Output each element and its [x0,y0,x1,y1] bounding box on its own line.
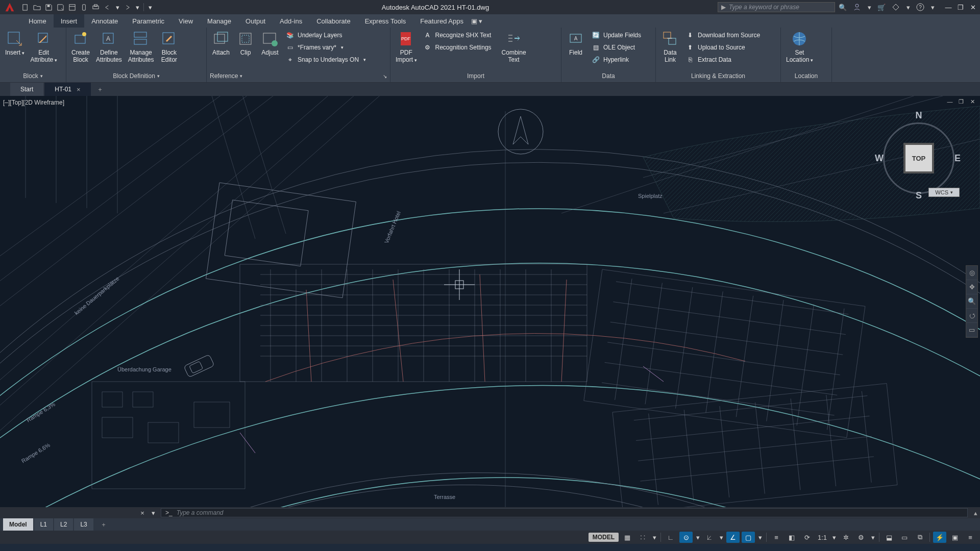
viewcube-south[interactable]: S [916,190,922,201]
signin-icon[interactable] [852,3,862,12]
status-customize-icon[interactable]: ≡ [964,532,977,543]
status-grid-icon[interactable]: ▦ [621,532,634,543]
recognize-shx-button[interactable]: ᎪRecognize SHX Text [421,30,494,41]
window-close-button[interactable]: ✕ [968,2,978,12]
set-location-button[interactable]: Set Location [784,29,815,65]
status-cycling-icon[interactable]: ⟳ [800,532,814,543]
qat-new-icon[interactable] [20,3,30,12]
viewcube-face[interactable]: TOP [903,143,934,173]
tab-output[interactable]: Output [238,14,273,28]
status-otrack-icon[interactable]: ∠ [726,532,740,543]
command-input[interactable]: >_ Type a command [161,508,968,517]
navbar-wheel-icon[interactable]: ◎ [966,266,977,280]
tab-express-tools[interactable]: Express Tools [358,14,413,28]
panel-footer-reference[interactable]: Reference▾↘ [210,70,387,82]
status-transparency-icon[interactable]: ◧ [785,532,798,543]
infocenter-search[interactable]: ▶Type a keyword or phrase [718,2,835,12]
status-osnap-dd[interactable]: ▾ [757,532,763,543]
qat-plot-icon[interactable] [91,3,101,12]
qat-undo-dropdown[interactable]: ▾ [114,3,120,12]
manage-attributes-button[interactable]: Manage Attributes [126,29,156,64]
qat-saveas-icon[interactable] [56,3,65,12]
block-editor-button[interactable]: Block Editor [158,29,180,64]
layout-tab-l1[interactable]: L1 [34,518,53,531]
frames-vary-button[interactable]: ▭*Frames vary*▾ [283,42,368,53]
qat-undo-icon[interactable] [103,3,112,12]
status-gear-icon[interactable]: ⚙ [854,532,868,543]
autocad-logo-icon[interactable] [2,2,17,13]
status-annovisibility-icon[interactable]: ✲ [839,532,852,543]
status-isodraft-dd[interactable]: ▾ [718,532,724,543]
edit-attribute-button[interactable]: Edit Attribute [29,29,59,65]
drawing-viewport[interactable]: [–][Top][2D Wireframe] — ❐ ✕ [0,96,980,507]
tab-collaborate[interactable]: Collaborate [309,14,358,28]
viewcube-west[interactable]: W [875,153,884,164]
qat-save-icon[interactable] [44,3,54,12]
exchange-apps-icon[interactable] [891,3,900,12]
ole-object-button[interactable]: ▤OLE Object [589,42,643,53]
status-lineweight-icon[interactable]: ≡ [770,532,783,543]
status-monitor-icon[interactable]: ▭ [898,532,911,543]
panel-footer-block[interactable]: Block▾ [3,70,63,82]
navbar-pan-icon[interactable]: ✥ [966,280,977,294]
status-polar-icon[interactable]: ⊙ [679,532,693,543]
status-snap-icon[interactable]: ⸬ [636,532,649,543]
tab-insert[interactable]: Insert [54,14,85,28]
window-restore-button[interactable]: ❐ [955,2,966,12]
recognition-settings-button[interactable]: ⚙Recognition Settings [421,42,494,53]
status-hardware-accel-icon[interactable]: ⚡ [933,532,946,543]
ribbon-expand-icon[interactable]: ▣ ▾ [471,14,483,28]
layout-tab-add[interactable]: ＋ [94,518,113,531]
layout-tab-model[interactable]: Model [3,518,33,531]
qat-redo-dropdown[interactable]: ▾ [134,3,140,12]
viewcube-north[interactable]: N [916,110,922,121]
status-polar-dd[interactable]: ▾ [695,532,701,543]
tab-annotate[interactable]: Annotate [84,14,125,28]
status-ortho-icon[interactable]: ∟ [664,532,677,543]
wcs-badge[interactable]: WCS▾ [928,188,960,197]
help-dropdown[interactable]: ▾ [930,3,935,12]
cmd-close-icon[interactable]: × [138,508,147,517]
snap-underlays-button[interactable]: ⌖Snap to Underlays ON▾ [283,54,368,65]
attach-button[interactable]: Attach [210,29,232,57]
qat-web-icon[interactable] [67,3,77,12]
tab-featured-apps[interactable]: Featured Apps [413,14,471,28]
doctab-ht01[interactable]: HT-01× [44,83,90,96]
model-paper-toggle[interactable]: MODEL [589,533,619,542]
upload-source-button[interactable]: ⬆Upload to Source [683,42,762,53]
status-annoscale-label[interactable]: 1:1 [816,532,829,543]
status-workspace-icon[interactable]: ⬓ [883,532,896,543]
create-block-button[interactable]: Create Block [69,29,92,64]
pdf-import-button[interactable]: PDFPDF Import [394,29,419,65]
status-isodraft-icon[interactable]: ⟀ [703,532,716,543]
doctab-start[interactable]: Start [10,83,43,96]
field-button[interactable]: AField [565,29,587,57]
panel-footer-blockdef[interactable]: Block Definition▾ [69,70,203,82]
qat-redo-icon[interactable] [122,3,132,12]
qat-customize-dropdown[interactable]: ▾ [147,3,153,12]
status-snap-dd[interactable]: ▾ [651,532,657,543]
close-icon[interactable]: × [77,86,81,93]
qat-open-icon[interactable] [32,3,42,12]
qat-mobile-icon[interactable] [79,3,89,12]
hyperlink-button[interactable]: 🔗Hyperlink [589,54,643,65]
insert-block-button[interactable]: Insert [3,29,27,58]
cmd-expand-icon[interactable]: ▴ [971,509,980,517]
navbar-orbit-icon[interactable]: ⭯ [966,309,977,323]
status-osnap-icon[interactable]: ▢ [742,532,755,543]
navbar-showmotion-icon[interactable]: ▭ [966,323,977,337]
search-icon[interactable]: 🔍 [838,3,847,12]
tab-parametric[interactable]: Parametric [125,14,172,28]
viewcube-east[interactable]: E [954,153,961,164]
tab-view[interactable]: View [172,14,200,28]
tab-manage[interactable]: Manage [200,14,238,28]
navbar-zoom-icon[interactable]: 🔍 [966,294,977,309]
status-cleanscreen-icon[interactable]: ▣ [948,532,962,543]
clip-button[interactable]: Clip [234,29,257,57]
status-units-icon[interactable]: ⧉ [913,532,926,543]
help-icon[interactable]: ? [916,3,925,12]
exchange-apps-dropdown[interactable]: ▾ [905,3,911,12]
autodesk-app-store-icon[interactable]: 🛒 [877,3,886,12]
layout-tab-l3[interactable]: L3 [74,518,93,531]
extract-data-button[interactable]: ⎘Extract Data [683,54,762,65]
